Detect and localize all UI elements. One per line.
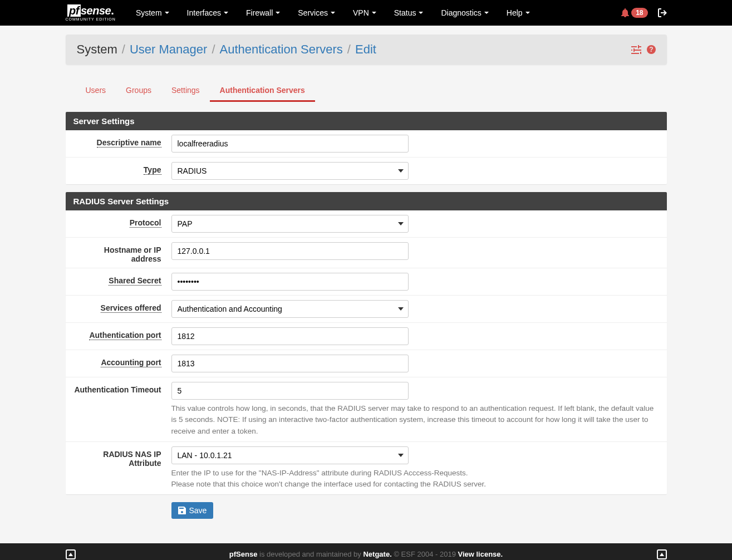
input-auth-port[interactable] (171, 327, 409, 345)
view-license-link[interactable]: View license. (458, 550, 503, 558)
panel-radius-settings: RADIUS Server Settings Protocol PAP Host… (66, 192, 667, 494)
label-acct-port: Accounting port (101, 358, 161, 367)
panel-header: RADIUS Server Settings (66, 192, 667, 210)
breadcrumb-bar: System / User Manager / Authentication S… (66, 35, 667, 65)
help-nas-ip-2: Please note that this choice won't chang… (171, 479, 656, 490)
select-services-offered[interactable]: Authentication and Accounting (171, 300, 409, 318)
tab-bar: Users Groups Settings Authentication Ser… (66, 80, 667, 102)
row-auth-port: Authentication port (66, 323, 667, 350)
nav-status[interactable]: Status (385, 0, 433, 26)
footer-text: pfSense is developed and maintained by N… (229, 550, 503, 558)
main-menu: System Interfaces Firewall Services VPN … (127, 0, 539, 26)
row-type: Type RADIUS (66, 158, 667, 184)
caret-icon (276, 12, 280, 14)
nav-vpn[interactable]: VPN (344, 0, 385, 26)
svg-marker-3 (660, 553, 664, 556)
tab-authservers[interactable]: Authentication Servers (210, 80, 315, 102)
svg-text:?: ? (649, 46, 653, 53)
caret-icon (372, 12, 376, 14)
caret-icon (331, 12, 335, 14)
caret-icon (224, 12, 228, 14)
input-descriptive-name[interactable] (171, 135, 409, 153)
scroll-top-button[interactable] (66, 549, 76, 559)
caret-icon (484, 12, 489, 14)
shortcuts-button[interactable] (631, 45, 641, 54)
scroll-top-button[interactable] (657, 549, 667, 559)
input-hostname[interactable] (171, 242, 409, 260)
save-button[interactable]: Save (171, 502, 214, 519)
svg-marker-2 (68, 553, 73, 556)
row-protocol: Protocol PAP (66, 210, 667, 238)
nav-firewall[interactable]: Firewall (237, 0, 289, 26)
input-shared-secret[interactable] (171, 273, 409, 291)
panel-header: Server Settings (66, 112, 667, 130)
label-auth-port: Authentication port (89, 331, 161, 340)
top-navbar: pfsense. COMMUNITY EDITION System Interf… (0, 0, 732, 26)
label-auth-timeout: Authentication Timeout (74, 385, 161, 394)
select-nas-ip[interactable]: LAN - 10.0.1.21 (171, 446, 409, 464)
logout-icon (658, 8, 667, 17)
label-descriptive-name: Descriptive name (97, 138, 161, 148)
footer: pfSense is developed and maintained by N… (0, 543, 732, 560)
row-nas-ip: RADIUS NAS IP Attribute LAN - 10.0.1.21 … (66, 442, 667, 495)
label-services-offered: Services offered (101, 303, 161, 313)
brand-logo[interactable]: pfsense. COMMUNITY EDITION (66, 4, 116, 22)
logout-button[interactable] (658, 8, 667, 17)
panel-server-settings: Server Settings Descriptive name Type RA… (66, 112, 667, 184)
breadcrumb-authservers[interactable]: Authentication Servers (220, 42, 343, 57)
input-auth-timeout[interactable] (171, 382, 409, 400)
nav-help[interactable]: Help (498, 0, 539, 26)
tab-groups[interactable]: Groups (116, 80, 161, 102)
sliders-icon (631, 45, 641, 54)
question-circle-icon: ? (647, 45, 656, 54)
row-acct-port: Accounting port (66, 350, 667, 377)
breadcrumb-edit[interactable]: Edit (355, 42, 376, 57)
row-shared-secret: Shared Secret (66, 268, 667, 296)
chevron-up-icon (68, 553, 73, 556)
row-descriptive-name: Descriptive name (66, 130, 667, 158)
breadcrumb-usermanager[interactable]: User Manager (130, 42, 207, 57)
row-auth-timeout: Authentication Timeout This value contro… (66, 377, 667, 442)
label-protocol: Protocol (130, 218, 161, 228)
row-services-offered: Services offered Authentication and Acco… (66, 296, 667, 323)
nav-services[interactable]: Services (289, 0, 344, 26)
chevron-up-icon (660, 553, 664, 556)
notifications-button[interactable]: 18 (621, 8, 647, 18)
label-type: Type (144, 165, 161, 175)
nav-interfaces[interactable]: Interfaces (178, 0, 237, 26)
save-icon (178, 507, 186, 514)
label-nas-ip: RADIUS NAS IP Attribute (103, 450, 161, 468)
row-hostname: Hostname or IP address (66, 238, 667, 268)
label-shared-secret: Shared Secret (109, 276, 161, 286)
nav-system[interactable]: System (127, 0, 178, 26)
help-button[interactable]: ? (647, 45, 656, 54)
label-hostname: Hostname or IP address (104, 245, 161, 263)
breadcrumb-root: System (77, 42, 117, 57)
bell-icon (621, 8, 629, 17)
help-auth-timeout: This value controls how long, in seconds… (171, 403, 656, 437)
tab-users[interactable]: Users (76, 80, 116, 102)
input-acct-port[interactable] (171, 355, 409, 372)
help-nas-ip-1: Enter the IP to use for the "NAS-IP-Addr… (171, 468, 656, 479)
notification-count: 18 (631, 8, 647, 18)
select-protocol[interactable]: PAP (171, 215, 409, 233)
select-type[interactable]: RADIUS (171, 162, 409, 180)
caret-icon (165, 12, 169, 14)
nav-diagnostics[interactable]: Diagnostics (432, 0, 497, 26)
caret-icon (419, 12, 423, 14)
breadcrumb: System / User Manager / Authentication S… (77, 42, 376, 57)
caret-icon (525, 12, 530, 14)
tab-settings[interactable]: Settings (161, 80, 210, 102)
